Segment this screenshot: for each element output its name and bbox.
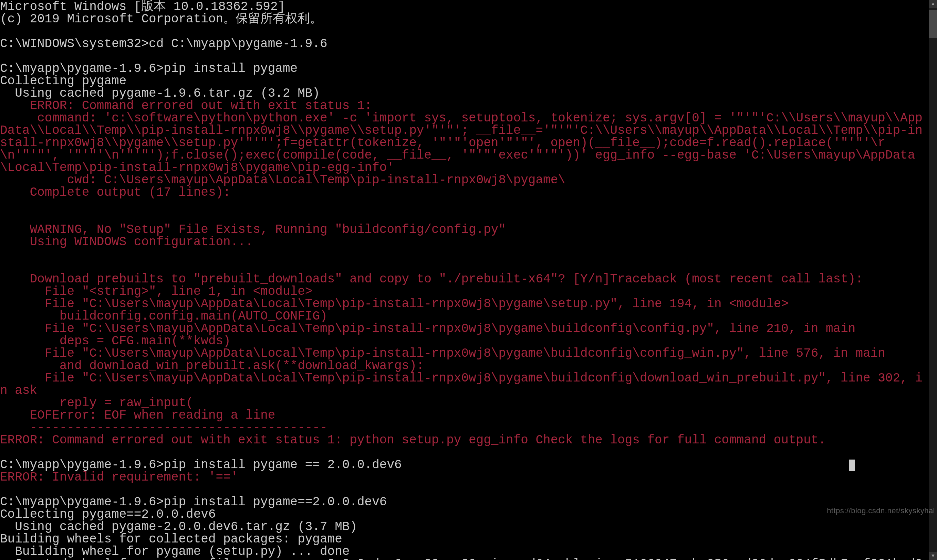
console-line: Using cached pygame-2.0.0.dev6.tar.gz (3… — [0, 521, 929, 533]
console-line: Using WINDOWS configuration... — [0, 236, 929, 248]
console-line: C:\myapp\pygame-1.9.6>pip install pygame — [0, 63, 929, 75]
console-line — [0, 199, 929, 211]
console-line: deps = CFG.main(**kwds) — [0, 335, 929, 348]
console-line — [0, 446, 929, 459]
console-line: Microsoft Windows [版本 10.0.18362.592] — [0, 1, 929, 13]
console-line: File "C:\Users\mayup\AppData\Local\Temp\… — [0, 372, 929, 397]
console-line — [0, 25, 929, 38]
console-line: File "C:\Users\mayup\AppData\Local\Temp\… — [0, 348, 929, 360]
console-line: C:\WINDOWS\system32>cd C:\myapp\pygame-1… — [0, 38, 929, 50]
console-line: (c) 2019 Microsoft Corporation。保留所有权利。 — [0, 13, 929, 25]
text-cursor — [849, 460, 855, 471]
console-line: ---------------------------------------- — [0, 422, 929, 434]
watermark-text: https://blog.csdn.net/skyskyhal — [827, 506, 935, 515]
console-line: Building wheels for collected packages: … — [0, 533, 929, 546]
console-line: WARNING, No "Setup" File Exists, Running… — [0, 224, 929, 236]
console-line: Download prebuilts to "prebuilt_download… — [0, 273, 929, 286]
console-line: Building wheel for pygame (setup.py) ...… — [0, 546, 929, 558]
console-line: Created wheel for pygame: filename=pygam… — [0, 558, 929, 560]
console-line — [0, 211, 929, 224]
console-line: File "<string>", line 1, in <module> — [0, 286, 929, 298]
console-line: Collecting pygame==2.0.0.dev6 — [0, 508, 929, 521]
console-line: Complete output (17 lines): — [0, 186, 929, 199]
console-line: Using cached pygame-1.9.6.tar.gz (3.2 MB… — [0, 88, 929, 100]
console-line — [0, 261, 929, 273]
console-line: ERROR: Invalid requirement: '==' — [0, 471, 929, 484]
terminal-output[interactable]: Microsoft Windows [版本 10.0.18362.592](c)… — [0, 0, 929, 560]
console-line — [0, 484, 929, 496]
console-line: File "C:\Users\mayup\AppData\Local\Temp\… — [0, 323, 929, 335]
console-line: C:\myapp\pygame-1.9.6>pip install pygame… — [0, 459, 929, 471]
console-line: ERROR: Command errored out with exit sta… — [0, 100, 929, 112]
console-line: cwd: C:\Users\mayup\AppData\Local\Temp\p… — [0, 174, 929, 186]
console-line: C:\myapp\pygame-1.9.6>pip install pygame… — [0, 496, 929, 508]
console-line: and download_win_prebuilt.ask(**download… — [0, 360, 929, 372]
console-line: Collecting pygame — [0, 75, 929, 88]
scrollbar-track[interactable]: ▲ ▼ — [929, 0, 937, 560]
console-line: command: 'c:\software\python\python.exe'… — [0, 112, 929, 174]
console-line — [0, 50, 929, 63]
scroll-up-arrow[interactable]: ▲ — [929, 0, 937, 8]
console-line: ERROR: Command errored out with exit sta… — [0, 434, 929, 446]
scrollbar-thumb[interactable] — [929, 10, 937, 38]
scroll-down-arrow[interactable]: ▼ — [929, 552, 937, 560]
console-line: buildconfig.config.main(AUTO_CONFIG) — [0, 310, 929, 323]
console-line: File "C:\Users\mayup\AppData\Local\Temp\… — [0, 298, 929, 310]
console-line: EOFError: EOF when reading a line — [0, 409, 929, 422]
console-line: reply = raw_input( — [0, 397, 929, 409]
console-line — [0, 248, 929, 261]
